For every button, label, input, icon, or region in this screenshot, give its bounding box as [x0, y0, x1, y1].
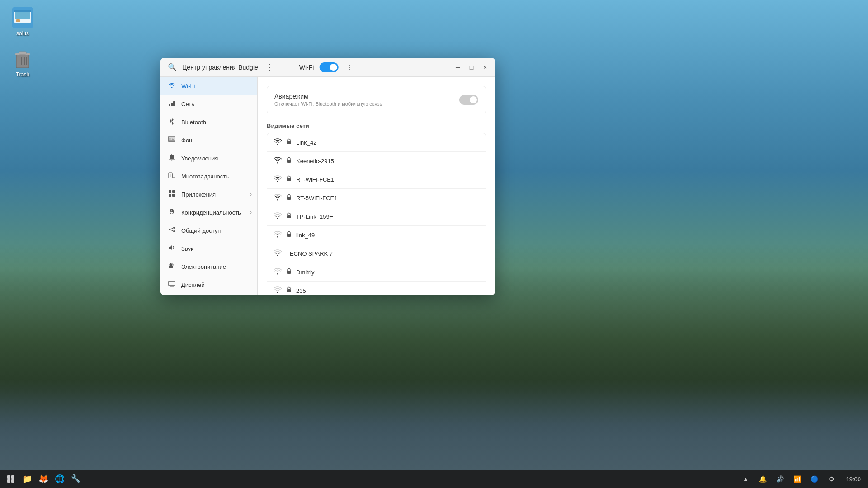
- svg-rect-22: [172, 190, 175, 193]
- sidebar-item-mouse[interactable]: Мышь и сенсорная панель: [160, 294, 257, 295]
- settings-tray-icon[interactable]: ⚙: [824, 472, 839, 486]
- sidebar-item-network[interactable]: Сеть: [160, 95, 257, 113]
- sharing-icon: [168, 226, 176, 235]
- sidebar-item-sound[interactable]: Звук: [160, 239, 257, 258]
- sidebar-item-power[interactable]: Электропитание: [160, 258, 257, 276]
- lock-icon: [286, 138, 292, 146]
- network-item[interactable]: Keenetic-2915: [267, 152, 486, 170]
- titlebar-center: Wi-Fi ⋮: [299, 61, 357, 74]
- network-item[interactable]: TP-Link_159F: [267, 207, 486, 226]
- sidebar-multitask-label: Многозадачность: [181, 173, 229, 180]
- taskbar-left: 📁 🦊 🌐 🔧: [4, 472, 83, 486]
- menu-button[interactable]: ⋮: [264, 61, 276, 74]
- sidebar-item-bluetooth[interactable]: Bluetooth: [160, 113, 257, 131]
- network-name: Keenetic-2915: [296, 158, 334, 164]
- svg-rect-35: [169, 281, 175, 286]
- svg-rect-21: [169, 190, 171, 193]
- airplane-desc: Отключает Wi-Fi, Bluetooth и мобильную с…: [274, 101, 382, 107]
- network-name: TECNO SPARK 7: [286, 250, 333, 257]
- svg-point-28: [173, 230, 175, 232]
- svg-rect-7: [19, 52, 26, 54]
- network-item[interactable]: RT-5WiFi-FCE1: [267, 189, 486, 207]
- privacy-arrow: ›: [250, 209, 252, 216]
- sidebar-item-multitask[interactable]: Многозадачность: [160, 167, 257, 185]
- sidebar-item-sharing[interactable]: Общий доступ: [160, 221, 257, 239]
- notifications-icon: [168, 154, 176, 163]
- bluetooth-tray-icon[interactable]: 🔵: [807, 472, 821, 486]
- multitask-icon: [168, 172, 176, 181]
- network-item[interactable]: 235: [267, 282, 486, 295]
- power-icon: [168, 262, 176, 271]
- tray-icon-1[interactable]: ▲: [738, 472, 753, 486]
- sidebar-privacy-label: Конфиденциальность: [181, 209, 241, 216]
- network-item[interactable]: Link_42: [267, 133, 486, 152]
- sidebar-sharing-label: Общий доступ: [181, 227, 221, 234]
- apps-arrow: ›: [250, 191, 252, 197]
- clock: 19:00: [842, 476, 864, 483]
- trash-icon[interactable]: Trash: [5, 46, 41, 80]
- firefox-button[interactable]: 🦊: [36, 472, 51, 486]
- start-button[interactable]: [4, 472, 18, 486]
- airplane-info: Авиарежим Отключает Wi-Fi, Bluetooth и м…: [274, 93, 382, 107]
- svg-rect-49: [287, 141, 291, 144]
- svg-rect-14: [173, 101, 175, 106]
- airplane-toggle[interactable]: [459, 95, 478, 105]
- files-button[interactable]: 📁: [20, 472, 34, 486]
- svg-rect-3: [14, 10, 31, 12]
- maximize-button[interactable]: □: [465, 61, 478, 74]
- home-icon-img: [12, 7, 33, 28]
- network-name: link_49: [296, 232, 315, 239]
- sidebar-item-background[interactable]: Фон: [160, 131, 257, 149]
- main-content: Авиарежим Отключает Wi-Fi, Bluetooth и м…: [258, 77, 495, 295]
- sidebar-apps-label: Приложения: [181, 191, 216, 198]
- sidebar-item-display[interactable]: Дисплей: [160, 276, 257, 294]
- svg-rect-19: [170, 174, 171, 177]
- lock-icon: [286, 212, 292, 221]
- window-body: Wi-Fi Сеть: [160, 77, 495, 295]
- titlebar-left: 🔍 Центр управления Budgie ⋮: [166, 61, 276, 74]
- sidebar-power-label: Электропитание: [181, 263, 226, 270]
- svg-point-27: [173, 227, 175, 229]
- network-name: 235: [296, 287, 306, 294]
- trash-label: Trash: [16, 71, 29, 78]
- svg-rect-23: [169, 194, 171, 197]
- network-icon: [168, 99, 176, 108]
- sound-icon: [168, 244, 176, 253]
- sidebar-item-apps[interactable]: Приложения ›: [160, 185, 257, 203]
- volume-icon[interactable]: 🔊: [773, 472, 787, 486]
- sidebar-item-notifications[interactable]: Уведомления: [160, 149, 257, 167]
- minimize-button[interactable]: ─: [452, 61, 464, 74]
- apps-icon: [168, 190, 176, 199]
- svg-rect-37: [170, 286, 174, 287]
- titlebar-menu-extra[interactable]: ⋮: [344, 61, 356, 74]
- network-item[interactable]: RT-WiFi-FCE1: [267, 170, 486, 189]
- network-item[interactable]: link_49: [267, 226, 486, 244]
- network-name: RT-WiFi-FCE1: [296, 176, 334, 183]
- close-button[interactable]: ×: [479, 61, 491, 74]
- search-button[interactable]: 🔍: [166, 61, 179, 74]
- lock-icon: [286, 286, 292, 295]
- tray-icon-2[interactable]: 🔔: [755, 472, 770, 486]
- svg-rect-2: [15, 11, 30, 19]
- wifi-toggle[interactable]: [319, 62, 338, 72]
- network-tray-icon[interactable]: 📶: [790, 472, 804, 486]
- wifi-signal-icon: [274, 249, 282, 258]
- sidebar-bluetooth-label: Bluetooth: [181, 119, 206, 126]
- sidebar-item-wifi[interactable]: Wi-Fi: [160, 77, 257, 95]
- svg-rect-55: [287, 271, 291, 274]
- desktop: solus Trash 🔍 Центр управл: [0, 0, 868, 488]
- svg-rect-34: [169, 265, 174, 266]
- network-item[interactable]: TECNO SPARK 7: [267, 244, 486, 263]
- sidebar-display-label: Дисплей: [181, 282, 205, 288]
- lock-icon: [286, 157, 292, 163]
- browser-button[interactable]: 🌐: [52, 472, 67, 486]
- lock-icon: [286, 175, 292, 182]
- home-icon[interactable]: solus: [5, 5, 41, 39]
- wifi-icon: [168, 81, 176, 90]
- lock-icon: [286, 138, 292, 145]
- settings-button[interactable]: 🔧: [69, 472, 83, 486]
- lock-icon: [286, 231, 292, 239]
- network-name: TP-Link_159F: [296, 213, 333, 220]
- network-item[interactable]: Dmitriy: [267, 263, 486, 282]
- sidebar-item-privacy[interactable]: Конфиденциальность ›: [160, 203, 257, 221]
